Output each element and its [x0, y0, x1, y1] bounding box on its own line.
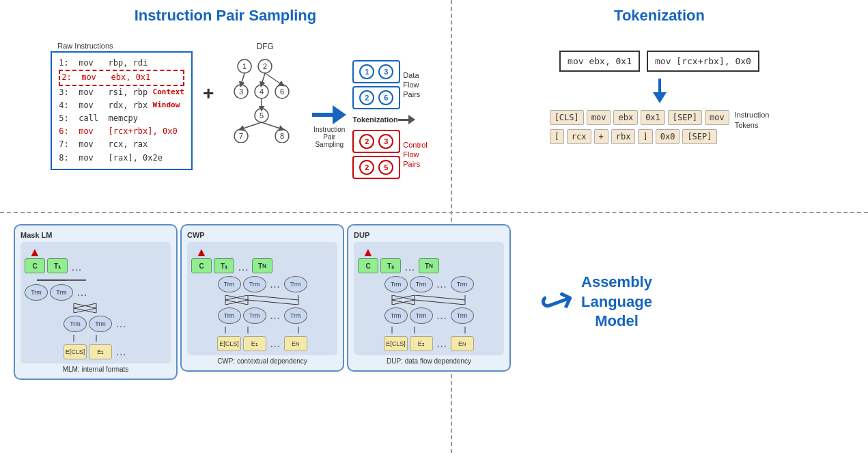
svg-line-16 [241, 73, 244, 85]
top-content: Raw Instructions 1: mov rbp, rdi 2: mov … [23, 33, 427, 179]
dup-top-row: ▲ C T₂ … TN [358, 246, 500, 273]
mlm-trm-row1: Trm Trm … [25, 284, 167, 301]
dup-trm1c: Trm [451, 276, 474, 292]
token-sep2: [SEP] [682, 129, 716, 144]
cwp-en: EN [284, 336, 307, 351]
dup-trm-row2: Trm Trm … Trm [384, 307, 474, 324]
mlm-title: Mask LM [20, 231, 52, 239]
down-arrow-blue [653, 79, 667, 103]
cwp-dots2: … [270, 278, 281, 290]
dup-c-col: ▲ C [358, 246, 378, 273]
token-cls: [CLS] [550, 110, 584, 125]
mlm-trm2b: Trm [89, 316, 112, 332]
token-mov2: mov [705, 110, 729, 125]
cwp-trm1a: Trm [218, 276, 241, 292]
bottom-section: Mask LM ▲ C T₁ … [0, 217, 868, 387]
instr-line-1: 1: mov rbp, rdi [59, 57, 184, 70]
raw-box-plus-dfg: Raw Instructions 1: mov rbp, rdi 2: mov … [30, 42, 306, 170]
cwp-vert-lines2 [213, 327, 312, 333]
mlm-t1-node: T₁ [47, 258, 68, 273]
mlm-embed-row: E[CLS] E₁ … [64, 344, 128, 359]
mlm-trm1b: Trm [50, 284, 73, 301]
svg-line-21 [262, 122, 282, 129]
cwp-ecls: E[CLS] [217, 336, 241, 351]
token-bracket-close: ] [638, 129, 652, 144]
instr-line-7: 7: mov rcx, rax [59, 138, 184, 151]
mlm-e1: E₁ [89, 344, 112, 359]
dup-vert-lines1 [380, 295, 479, 305]
dup-dots4: … [436, 338, 447, 350]
pair-circle-3r: 3 [378, 134, 393, 149]
dup-trm-row1: Trm Trm … Trm [384, 276, 474, 292]
mlm-dots3: … [115, 318, 126, 330]
svg-text:6: 6 [280, 87, 284, 96]
mlm-up-arrow: ▲ [29, 246, 41, 258]
cwp-embed-row: E[CLS] E₁ … EN [217, 336, 307, 351]
pair-circle-5r: 5 [378, 160, 393, 175]
alm-assembly: Assembly [581, 273, 652, 292]
bottom-right: ↩ Assembly Language Model [511, 224, 682, 380]
cwp-vert-lines1 [213, 295, 312, 305]
cwp-e1: E₁ [243, 336, 266, 351]
instr-line-8: 8: mov [rax], 0x2e [59, 152, 184, 165]
plus-sign: + [203, 83, 214, 105]
svg-text:7: 7 [239, 132, 243, 140]
dup-trm2c: Trm [451, 307, 474, 324]
token-row-2: [ rcx + rbx ] 0x0 [SEP] [550, 129, 729, 144]
mlm-dots2: … [76, 286, 87, 299]
svg-line-53 [415, 295, 465, 300]
token-ebx: ebx [613, 110, 638, 125]
cwp-trm-row2: Trm Trm … Trm [218, 307, 307, 324]
dup-trm1b: Trm [410, 276, 433, 292]
pair-circle-3: 3 [378, 64, 393, 79]
pair-circle-6: 6 [378, 90, 393, 105]
mlm-vert-lines2 [61, 335, 130, 342]
token-instruction2: mov [rcx+rbx], 0x0 [647, 51, 759, 72]
cwp-trm1c: Trm [284, 276, 307, 292]
cwp-trm2b: Trm [243, 307, 266, 324]
dup-subtitle: DUP: data flow dependency [387, 357, 471, 365]
dup-trm2b: Trm [410, 307, 433, 324]
cwp-up-arrow: ▲ [195, 246, 208, 258]
mlm-connections1 [25, 276, 134, 284]
dup-e2: E₂ [410, 336, 433, 351]
dup-dots1: … [404, 261, 415, 273]
svg-line-20 [241, 122, 262, 129]
cwp-dots3: … [270, 310, 281, 322]
pair-circle-2r: 2 [359, 134, 374, 149]
dup-inner: ▲ C T₂ … TN Trm Trm … Trm [354, 242, 504, 355]
mlm-trm-row1-container: Trm Trm … [25, 276, 167, 301]
dup-title: DUP [354, 231, 369, 239]
tokens-grid: [CLS] mov ebx 0x1 [SEP] mov [ rcx + rbx [550, 110, 729, 144]
dup-dots2: … [436, 278, 447, 290]
token-0x0: 0x0 [656, 129, 680, 144]
control-flow-section: 2 3 2 5 ControlFlowPairs [352, 130, 427, 179]
pair-circle-2r2: 2 [359, 160, 374, 175]
model-box-mlm: Mask LM ▲ C T₁ … [14, 224, 178, 380]
dfg-container: DFG 1 2 3 4 6 [224, 42, 306, 143]
data-flow-label: DataFlowPairs [403, 70, 420, 100]
token-mov1: mov [587, 110, 611, 125]
dup-up-arrow: ▲ [362, 246, 374, 258]
data-flow-pairs: 1 3 2 6 [352, 60, 400, 109]
svg-text:5: 5 [260, 111, 264, 120]
dup-trm1a: Trm [384, 276, 408, 292]
instr-line-4: 4: mov rdx, rbx Window [59, 99, 184, 112]
mlm-vert-lines1 [61, 303, 130, 313]
raw-instructions-label: Raw Instructions [57, 42, 113, 50]
dup-embed-row: E[CLS] E₂ … EN [384, 336, 474, 351]
control-flow-pairs: 2 3 2 5 [352, 130, 400, 179]
svg-line-41 [248, 295, 298, 300]
cwp-trm1b: Trm [243, 276, 266, 292]
alm-model: Model [581, 312, 652, 331]
cwp-subtitle: CWP: contextual dependency [217, 357, 307, 365]
dup-tn-node: TN [419, 258, 439, 273]
mlm-c-node: C [25, 258, 45, 273]
raw-instructions-box: 1: mov rbp, rdi 2: mov ebx, 0x1 3: mov r… [51, 51, 193, 170]
data-flow-section: 1 3 2 6 DataFlowPairs [352, 60, 427, 109]
dfg-label: DFG [257, 42, 274, 51]
token-instruction1: mov ebx, 0x1 [559, 51, 640, 72]
svg-line-17 [262, 73, 265, 85]
control-flow-label: ControlFlowPairs [403, 140, 427, 169]
svg-line-54 [415, 300, 465, 305]
